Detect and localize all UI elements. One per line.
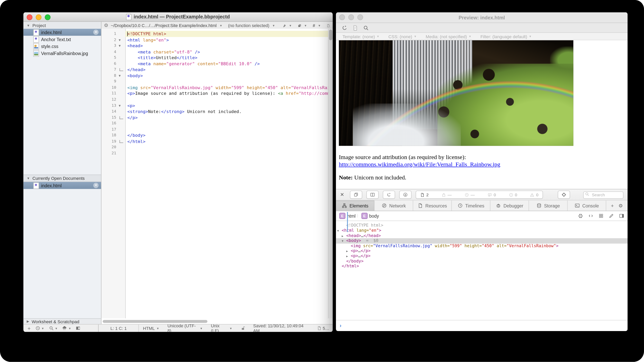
dom-tree-node[interactable]: <!DOCTYPE html> — [336, 223, 628, 228]
code-line[interactable]: 11<p>Image source and attribution (as re… — [102, 90, 329, 96]
code-line[interactable]: 14<strong>Note:</strong> Unicorn not inc… — [102, 108, 329, 114]
tab-debugger[interactable]: Debugger — [490, 200, 529, 210]
cloud-rain-icon[interactable] — [62, 326, 67, 331]
code-line[interactable]: 15</p> — [102, 114, 329, 120]
chevron-down-icon[interactable]: ▼ — [289, 24, 292, 27]
dom-tree-node[interactable]: ▼<html lang="en"> — [336, 228, 628, 233]
file-item[interactable]: index.html✕ — [24, 182, 101, 189]
add-tab-icon[interactable]: + — [611, 203, 614, 208]
tab-resources[interactable]: Resources — [413, 200, 452, 210]
code-text[interactable] — [125, 96, 329, 103]
page-count[interactable]: 5… — [313, 326, 332, 331]
tab-console[interactable]: Console — [568, 200, 606, 210]
code-line[interactable]: 19</html> — [102, 138, 329, 144]
dom-tree-node[interactable]: ▼<body> = $0 — [336, 238, 628, 244]
expand-arrow-icon[interactable]: ▶ — [346, 249, 348, 254]
inspect-element-button[interactable] — [558, 190, 570, 199]
code-line[interactable]: 8▼<body> — [102, 73, 329, 79]
zoom-button[interactable] — [357, 14, 363, 20]
edit-pencil-icon[interactable] — [609, 213, 614, 218]
code-text[interactable] — [125, 126, 329, 132]
fold-open-icon[interactable]: ▼ — [119, 37, 121, 43]
code-text[interactable]: <title>Untitled</title> — [125, 55, 329, 61]
code-line[interactable]: 17 — [102, 126, 329, 132]
minimize-button[interactable] — [348, 14, 354, 20]
console-prompt[interactable]: › — [336, 320, 628, 331]
horizontal-scrollbar-thumb[interactable] — [103, 320, 208, 323]
chevron-down-icon[interactable]: ▼ — [318, 24, 321, 27]
fold-gutter[interactable] — [118, 138, 125, 144]
fold-close-icon[interactable] — [120, 68, 123, 71]
code-text[interactable]: <html lang="en"> — [125, 37, 329, 43]
code-line[interactable]: 3▼<head> — [102, 43, 329, 49]
marker-icon[interactable] — [282, 23, 286, 28]
preview-option-popup[interactable]: Media: (not specified)▼ — [426, 34, 471, 39]
tab-elements[interactable]: Elements — [336, 200, 374, 210]
code-line[interactable]: 21 — [102, 150, 329, 156]
minimize-button[interactable] — [36, 14, 41, 20]
close-file-icon[interactable]: ✕ — [93, 183, 98, 188]
code-line[interactable]: 7</head> — [102, 66, 329, 73]
settings-gear-icon[interactable]: ⚙ — [618, 203, 623, 208]
breadcrumb-body[interactable]: Ebody — [361, 213, 379, 219]
language-popup[interactable]: HTML▼ — [139, 326, 163, 331]
code-line[interactable]: 4 <meta charset="utf-8" /> — [102, 49, 329, 55]
tab-storage[interactable]: Storage — [529, 200, 568, 210]
expand-arrow-icon[interactable]: ▶ — [346, 254, 348, 259]
preview-option-popup[interactable]: CSS: (none)▼ — [388, 34, 416, 39]
code-line[interactable]: 5 <title>Untitled</title> — [102, 55, 329, 61]
dom-tree-node[interactable]: </body> — [336, 258, 628, 264]
function-popup[interactable]: (no function selected) — [228, 23, 270, 28]
close-button[interactable] — [339, 14, 345, 20]
code-text[interactable] — [125, 144, 329, 150]
console-messages-stat[interactable]: 0 — [488, 192, 496, 197]
vertical-scrollbar[interactable] — [328, 29, 332, 318]
project-header[interactable]: ▼ Project — [24, 22, 102, 29]
code-text[interactable]: <p>Image source and attribution (as requ… — [125, 90, 329, 96]
code-brackets-icon[interactable] — [588, 213, 594, 218]
code-text[interactable]: <body> — [125, 73, 329, 79]
file-path[interactable]: ~/Dropbox/10.0 C…/…/Project:Site Example… — [111, 23, 217, 28]
preview-option-popup[interactable]: Filter: (language default)▼ — [480, 34, 532, 39]
code-text[interactable]: </body> — [125, 132, 329, 138]
code-line[interactable]: 10<img src="VernalFallsRainbow.jpg" widt… — [102, 84, 329, 91]
code-text[interactable]: </head> — [125, 66, 329, 73]
chevron-down-icon[interactable]: ▼ — [55, 327, 58, 330]
code-line[interactable]: 16 — [102, 120, 329, 126]
layers-icon[interactable] — [298, 23, 301, 28]
zoom-button[interactable] — [45, 14, 50, 20]
code-line[interactable]: 6 <meta name="generator" content="BBEdit… — [102, 61, 329, 67]
sidebar-toggle-icon[interactable] — [76, 326, 81, 331]
document-icon[interactable] — [326, 23, 330, 28]
code-text[interactable]: <!DOCTYPE html> — [125, 31, 329, 37]
disclosure-triangle-icon[interactable]: ▼ — [27, 24, 30, 28]
code-text[interactable]: </html> — [125, 138, 329, 144]
vertical-scrollbar-thumb[interactable] — [329, 30, 332, 40]
fold-gutter[interactable] — [118, 114, 125, 120]
disclosure-triangle-icon[interactable]: ▼ — [27, 176, 30, 180]
reload-button[interactable] — [383, 190, 395, 199]
warnings-stat[interactable]: 0 — [530, 192, 538, 197]
gear-icon[interactable]: ⚙ — [104, 23, 108, 28]
code-text-area[interactable]: 1<!DOCTYPE html>2▼<html lang="en">3▼<hea… — [102, 31, 329, 156]
file-item[interactable]: style.css — [24, 43, 101, 50]
fold-gutter[interactable] — [118, 66, 125, 73]
disclosure-triangle-icon[interactable]: ▶ — [27, 320, 29, 323]
document-icon[interactable] — [352, 25, 358, 30]
dom-tree[interactable]: <!DOCTYPE html>▼<html lang="en">▶<head>…… — [336, 221, 628, 269]
code-text[interactable]: </p> — [125, 114, 329, 120]
recent-clock-icon[interactable] — [35, 326, 40, 331]
tab-timelines[interactable]: Timelines — [452, 200, 490, 210]
fold-gutter[interactable]: ▼ — [118, 73, 125, 79]
dom-tree-node[interactable]: </html> — [336, 264, 628, 269]
collapse-arrow-icon[interactable]: ▼ — [342, 239, 344, 244]
code-text[interactable]: <meta charset="utf-8" /> — [125, 49, 329, 55]
preview-titlebar[interactable]: Preview: index.html — [336, 12, 628, 23]
reload-icon[interactable] — [342, 25, 348, 30]
dom-tree-node[interactable]: ▶<p>…</p> — [336, 254, 628, 259]
code-text[interactable] — [125, 150, 329, 156]
hash-menu[interactable]: # — [312, 23, 315, 28]
fold-gutter[interactable]: ▼ — [118, 37, 125, 43]
search-icon[interactable] — [363, 25, 369, 30]
fold-close-icon[interactable] — [120, 116, 123, 119]
